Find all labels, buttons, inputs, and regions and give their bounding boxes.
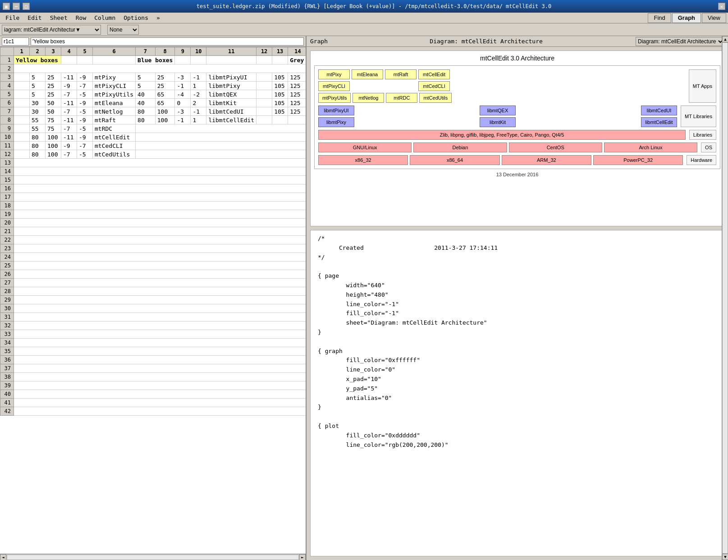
cell-r7c5[interactable]: -5 — [77, 107, 93, 116]
cell-r24[interactable] — [14, 253, 306, 262]
none-selector[interactable]: None — [107, 25, 139, 35]
cell-r10c6[interactable]: mtCellEdit — [93, 133, 136, 142]
cell-r7c12[interactable] — [256, 107, 272, 116]
cell-r8c3[interactable]: 75 — [46, 116, 61, 124]
cell-r9c4[interactable]: -7 — [61, 124, 77, 133]
cell-r4c11[interactable]: libmtPixy — [206, 82, 256, 90]
cell-r36[interactable] — [14, 356, 306, 364]
cell-r33[interactable] — [14, 330, 306, 339]
menu-file[interactable]: File — [2, 14, 23, 22]
scroll-right-btn[interactable]: ► — [299, 554, 306, 560]
cell-r1c9[interactable] — [191, 56, 206, 64]
cell-r13[interactable] — [14, 159, 306, 167]
cell-r10c2[interactable]: 80 — [30, 133, 46, 142]
cell-r6c12[interactable] — [256, 99, 272, 107]
cell-r11c6[interactable]: mtCedCLI — [93, 142, 136, 150]
cell-r3c5[interactable]: -9 — [77, 73, 93, 82]
cell-r5c14[interactable]: 125 — [288, 90, 306, 99]
cell-r12c3[interactable]: 100 — [46, 150, 61, 159]
cell-r8c6[interactable]: mtRaft — [93, 116, 136, 124]
cell-r38[interactable] — [14, 373, 306, 381]
cell-r9c7[interactable] — [136, 124, 306, 133]
cell-r7c2[interactable]: 30 — [30, 107, 46, 116]
cell-r5c1[interactable] — [14, 90, 30, 99]
cell-r11c4[interactable]: -9 — [61, 142, 77, 150]
cell-r7c7[interactable]: 80 — [136, 107, 156, 116]
cell-r7c14[interactable]: 125 — [288, 107, 306, 116]
cell-r5c4[interactable]: -7 — [61, 90, 77, 99]
cell-r10c1[interactable] — [14, 133, 30, 142]
vscroll-track[interactable] — [722, 42, 728, 554]
menu-row[interactable]: Row — [72, 14, 90, 22]
cell-r8c8[interactable]: 100 — [155, 116, 175, 124]
cell-r12c5[interactable]: -5 — [77, 150, 93, 159]
menu-column[interactable]: Column — [91, 14, 119, 22]
cell-r9c2[interactable]: 55 — [30, 124, 46, 133]
cell-r6c14[interactable]: 125 — [288, 99, 306, 107]
diagram-select-right[interactable]: Diagram: mtCellEdit Architecture — [636, 37, 724, 46]
cell-r4c7[interactable]: 5 — [136, 82, 156, 90]
cell-reference-input[interactable] — [2, 37, 29, 46]
view-button[interactable]: View — [702, 13, 726, 23]
cell-r1c6[interactable] — [93, 56, 136, 64]
cell-r23[interactable] — [14, 244, 306, 253]
cell-r8c2[interactable]: 55 — [30, 116, 46, 124]
cell-r12c4[interactable]: -7 — [61, 150, 77, 159]
cell-r19[interactable] — [14, 210, 306, 219]
menu-edit[interactable]: Edit — [24, 14, 45, 22]
cell-r3c1[interactable] — [14, 73, 30, 82]
cell-r15[interactable] — [14, 176, 306, 184]
cell-r6c10[interactable]: 2 — [191, 99, 206, 107]
cell-r6c8[interactable]: 65 — [155, 99, 175, 107]
cell-r7c1[interactable] — [14, 107, 30, 116]
cell-r5c11[interactable]: libmtQEX — [206, 90, 256, 99]
cell-r4c4[interactable]: -9 — [61, 82, 77, 90]
cell-r1c1[interactable]: Yellow boxes — [14, 56, 61, 64]
cell-r30[interactable] — [14, 304, 306, 313]
horizontal-scrollbar[interactable]: ◄ ► — [0, 554, 306, 560]
cell-r5c8[interactable]: 65 — [155, 90, 175, 99]
cell-r9c3[interactable]: 75 — [46, 124, 61, 133]
cell-r9c5[interactable]: -5 — [77, 124, 93, 133]
cell-r6c11[interactable]: libmtKit — [206, 99, 256, 107]
cell-r3c6[interactable]: mtPixy — [93, 73, 136, 82]
cell-r7c13[interactable]: 105 — [272, 107, 288, 116]
cell-r8c7[interactable]: 80 — [136, 116, 156, 124]
cell-r3c7[interactable]: 5 — [136, 73, 156, 82]
menu-sheet[interactable]: Sheet — [46, 14, 71, 22]
cell-r6c2[interactable]: 30 — [30, 99, 46, 107]
cell-r18[interactable] — [14, 202, 306, 210]
cell-r41[interactable] — [14, 399, 306, 407]
cell-r7c6[interactable]: mtNetlog — [93, 107, 136, 116]
cell-r9c1[interactable] — [14, 124, 30, 133]
cell-r8c5[interactable]: -9 — [77, 116, 93, 124]
minimize-button[interactable]: ─ — [13, 3, 20, 10]
cell-r8c12[interactable] — [256, 116, 272, 124]
cell-r16[interactable] — [14, 184, 306, 193]
cell-r5c9[interactable]: -4 — [175, 90, 191, 99]
cell-r35[interactable] — [14, 347, 306, 356]
cell-r1c7[interactable]: Blue boxes — [136, 56, 175, 64]
scroll-up-btn[interactable]: ▲ — [722, 36, 728, 42]
cell-r3c10[interactable]: -1 — [191, 73, 206, 82]
cell-r6c5[interactable]: -9 — [77, 99, 93, 107]
cell-r11c3[interactable]: 100 — [46, 142, 61, 150]
cell-r10c3[interactable]: 100 — [46, 133, 61, 142]
cell-r4c6[interactable]: mtPixyCLI — [93, 82, 136, 90]
cell-r8c1[interactable] — [14, 116, 30, 124]
menu-more[interactable]: » — [153, 14, 164, 22]
cell-r3c14[interactable]: 125 — [288, 73, 306, 82]
cell-r4c8[interactable]: 25 — [155, 82, 175, 90]
cell-r5c7[interactable]: 40 — [136, 90, 156, 99]
cell-r11c7[interactable] — [136, 142, 306, 150]
cell-r3c4[interactable]: -11 — [61, 73, 77, 82]
cell-r8c14[interactable] — [288, 116, 306, 124]
cell-r6c13[interactable]: 105 — [272, 99, 288, 107]
cell-r3c9[interactable]: -3 — [175, 73, 191, 82]
cell-r5c10[interactable]: -2 — [191, 90, 206, 99]
cell-r3c8[interactable]: 25 — [155, 73, 175, 82]
cell-r3c11[interactable]: libmtPixyUI — [206, 73, 256, 82]
cell-r4c1[interactable] — [14, 82, 30, 90]
cell-r34[interactable] — [14, 339, 306, 347]
cell-r6c6[interactable]: mtEleana — [93, 99, 136, 107]
